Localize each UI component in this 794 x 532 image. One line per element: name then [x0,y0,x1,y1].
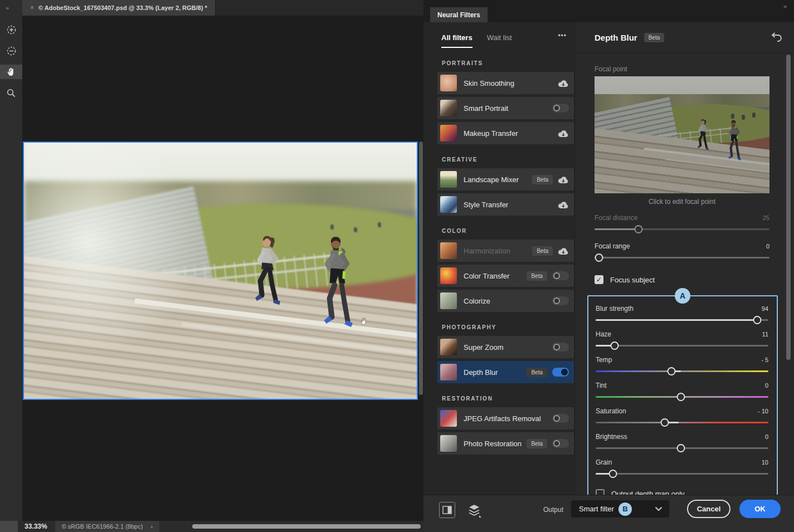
status-corner [0,521,18,532]
slider-thumb[interactable] [634,225,642,233]
beta-badge: Beta [527,271,547,281]
slider-thumb[interactable] [677,393,685,401]
filter-item-style-transfer[interactable]: Style Transfer [437,193,574,216]
filter-thumbnail [440,75,457,91]
split-preview-icon [442,506,452,514]
beta-badge: Beta [532,246,553,256]
filter-item-photo-restoration[interactable]: Photo Restoration Beta [437,432,574,455]
filter-item-depth-blur[interactable]: Depth Blur Beta [437,361,574,383]
hand-tool[interactable] [0,65,22,79]
document-tab[interactable]: × © AdobeStock_167503407.psd @ 33.3% (La… [22,0,216,16]
cloud-download-icon[interactable] [558,129,569,138]
filter-thumbnail [440,196,457,213]
toolbar-collapse[interactable]: » [0,0,22,16]
slider-thumb[interactable] [661,418,669,427]
canvas-horizontal-scrollbar[interactable] [192,524,421,529]
saturation-slider[interactable] [596,418,768,427]
filter-thumbnail [440,292,457,309]
grain-slider[interactable] [596,470,768,478]
depth-blur-settings: Depth Blur Beta Focal point [575,22,794,495]
beta-badge: Beta [532,175,553,184]
slider-thumb[interactable] [611,341,619,350]
saturation-slider-block: Saturation - 10 [596,407,768,427]
cloud-download-icon[interactable] [558,201,569,209]
settings-title: Depth Blur [595,33,637,42]
filter-item-landscape-mixer[interactable]: Landscape Mixer Beta [437,168,574,191]
color-transfer-toggle[interactable] [552,271,569,280]
colorize-toggle[interactable] [552,296,569,305]
subtract-selection-tool[interactable] [0,43,22,58]
focal-distance-row: Focal distance 25 [595,214,769,222]
depth-blur-toggle[interactable] [552,368,569,377]
zoom-level[interactable]: 33.33% [25,523,47,530]
slider-thumb[interactable] [609,470,617,478]
filter-list: All filters Wait list ••• PORTRAITS Skin… [423,22,575,495]
blur-strength-slider[interactable] [596,316,768,324]
focal-range-slider[interactable] [595,253,769,262]
canvas-image[interactable] [23,141,418,400]
filter-item-smart-portrait[interactable]: Smart Portrait [437,97,574,119]
settings-body: Focal point [575,53,794,495]
cloud-download-icon[interactable] [558,175,569,184]
neural-filters-tab[interactable]: Neural Filters [430,7,488,22]
focal-point-preview[interactable] [595,76,769,193]
zoom-tool[interactable] [0,86,22,100]
hand-cursor-icon [360,317,369,326]
cloud-download-icon[interactable] [558,247,569,255]
annotation-b-badge: B [618,502,632,516]
filter-thumbnail [440,339,457,355]
photo-restoration-toggle[interactable] [552,439,569,448]
filter-list-tabs: All filters Wait list ••• [423,22,574,48]
focus-subject-row[interactable]: ✓ Focus subject [595,275,769,284]
slider-thumb[interactable] [677,444,685,452]
color-profile-chip[interactable]: © sRGB IEC61966-2.1 (8bpc) › [55,521,159,532]
filter-item-skin-smoothing[interactable]: Skin Smoothing [437,72,574,94]
filter-item-jpeg-artifacts-removal[interactable]: JPEG Artifacts Removal [437,407,574,429]
cancel-button[interactable]: Cancel [687,500,730,518]
canvas-area[interactable] [22,16,423,521]
layers-icon [467,503,481,518]
section-restoration: RESTORATION [442,396,574,402]
checkbox-checked-icon[interactable]: ✓ [595,275,603,284]
tab-all-filters[interactable]: All filters [441,33,472,48]
slider-thumb[interactable] [753,316,761,324]
haze-slider[interactable] [596,341,768,350]
beta-badge: Beta [527,439,547,448]
filter-item-makeup-transfer[interactable]: Makeup Transfer [437,122,574,144]
chevron-right-icon[interactable]: › [150,523,153,530]
filter-item-harmonization[interactable]: Harmonization Beta [437,240,574,262]
filter-thumbnail [440,267,457,284]
slider-thumb[interactable] [668,367,676,375]
focal-point-hint: Click to edit focal point [595,198,769,206]
split-preview-button[interactable] [439,502,455,518]
layers-button[interactable] [467,503,481,518]
filter-thumbnail [440,410,457,427]
smart-portrait-toggle[interactable] [552,104,569,113]
focal-distance-slider[interactable] [595,225,769,233]
settings-scrollbar[interactable] [786,55,791,360]
filter-item-super-zoom[interactable]: Super Zoom [437,336,574,358]
add-selection-tool[interactable] [0,22,22,37]
ok-button[interactable]: OK [739,500,781,518]
canvas-vertical-scrollbar[interactable] [418,16,423,521]
focal-point-label: Focal point [595,65,769,73]
tab-wait-list[interactable]: Wait list [487,33,512,47]
filter-thumbnail [440,125,457,141]
cloud-download-icon[interactable] [558,79,569,87]
reset-icon[interactable] [769,32,782,43]
filter-item-color-transfer[interactable]: Color Transfer Beta [437,265,574,287]
filter-item-colorize[interactable]: Colorize [437,290,574,312]
neural-filters-panel: Neural Filters » All filters Wait list •… [423,0,794,532]
more-options-icon[interactable]: ••• [558,32,567,40]
temp-slider-block: Temp - 5 [596,356,768,375]
jpeg-artifacts-toggle[interactable] [552,414,569,423]
brightness-slider[interactable] [596,444,768,452]
slider-thumb[interactable] [595,253,603,262]
close-tab-icon[interactable]: × [30,4,34,12]
photoshop-neural-filters-window: » × © AdobeStock_167503407.psd @ 33.3% (… [0,0,794,532]
super-zoom-toggle[interactable] [552,343,569,352]
tint-slider[interactable] [596,393,768,401]
panel-collapse-icon[interactable]: » [783,3,787,9]
output-dropdown[interactable]: Smart filter B [571,500,669,518]
temp-slider[interactable] [596,367,768,375]
